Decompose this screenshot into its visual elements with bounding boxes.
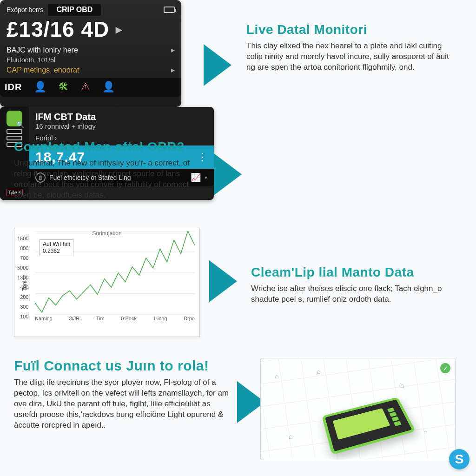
section4-heading: Fuïl Connact us Juın to rola! [14,358,232,374]
obd-footer-bar: IDR 👤 🛠 ⚠ 👤 [0,78,181,97]
chevron-right-icon: ▸ [171,46,175,54]
widget-title: IFM CBT Data [35,112,207,122]
section2-body: Unquntitrat, The new of intiyslıy you'r-… [14,158,205,201]
obd-rows: BAJC with Ioniry here ▸ Eluutooth, 101/5… [7,45,175,75]
ytick: 1500 [17,236,28,241]
xtick: 3/JR [69,316,80,321]
section4-body: The dligt ife trecinons the syor ployer … [14,377,232,431]
ytick: 200 [20,294,28,300]
arrow-icon [204,44,231,86]
obd-pretext: Exöpot herrs [7,6,43,13]
chart-xticks: Naming 3/JR Tim 0:Bock 1 iong Drpo [35,316,195,321]
section1-text: Live Datal Monitori This clay elixed the… [246,22,456,73]
ytick: 1300 [17,275,28,280]
obd-row1-label: BAJC with Ioniry here [7,46,171,54]
chevron-right-icon: ▸ [171,66,175,74]
ytick: 100 [20,314,28,319]
ytick: 300 [20,304,28,310]
obd-device-panel: Exöpot herrs CRIP OBD £13/16 4D ▸ BAJC w… [0,0,181,107]
obd-tab-label[interactable]: CRIP OBD [48,4,101,16]
obd-footer-label: IDR [5,82,22,93]
ytick: 800 [20,245,28,251]
battery-icon [164,7,175,13]
ytick: 400 [20,284,28,290]
ytick: 5000 [17,265,28,271]
skype-letter: S [455,452,464,467]
chart-yticks: 1500 800 700 5000 1300 400 200 300 100 [17,236,28,319]
section4-text: Fuïl Connact us Juın to rola! The dligt … [14,358,232,431]
obd-main-value: £13/16 4D [7,17,109,42]
person-icon[interactable]: 👤 [102,81,115,93]
map-marker-icon: ⌂ [423,428,427,436]
skype-icon[interactable]: S [449,449,469,469]
obd-topbar: Exöpot herrs CRIP OBD [7,4,175,16]
wrench-icon[interactable]: 🛠 [59,81,69,93]
map-device-panel: ⌂ ⌂ ⌂ ⌂ ⌂ ✓ [260,358,456,460]
section1-heading: Live Datal Monitori [246,22,456,37]
arrow-icon [209,260,237,302]
obd-row-1[interactable]: BAJC with Ioniry here ▸ [7,45,175,55]
map-marker-icon: ⌂ [289,433,292,440]
arrow-icon [214,153,242,195]
xtick: Naming [35,316,53,321]
section3-body: Wriche ise after theises eliscic one fla… [251,284,456,305]
chart-legend-value: 0.2362 [43,248,70,255]
obd-row-2[interactable]: CAP metings, enoorat ▸ [7,65,175,75]
section2-text: Couplatod Man oftal OBB2 Unquntitrat, Th… [14,139,205,201]
chart-legend-name: Aut WiThm [43,241,70,248]
widget-subtitle: 16 ronnival + inlogy [35,122,207,130]
person-icon[interactable]: 👤 [34,81,46,93]
obd-row1-sub-label: Eluutooth, 101/5l [7,56,175,64]
xtick: 0:Bock [121,316,137,321]
xtick: Drpo [184,316,195,321]
xtick: 1 iong [153,316,167,321]
xtick: Tim [96,316,105,321]
scanner-screen [333,408,390,440]
obd-main-reading: £13/16 4D ▸ [7,17,175,42]
check-badge-icon: ✓ [440,363,450,373]
section1-body: This clay elixed the nex hearel to a pla… [246,41,456,73]
map-marker-icon: ⌂ [317,368,320,375]
chart-legend: Aut WiThm 0.2362 [40,239,73,256]
ytick: 700 [20,255,28,261]
chevron-right-icon[interactable]: ▸ [116,22,122,37]
chevron-down-icon[interactable]: ▾ [205,174,207,181]
section3-text: Cleam'Lip lial Manto Data Wriche ise aft… [251,265,456,305]
obd-row2-label: CAP metings, enoorat [7,66,171,74]
map-marker-icon: ⌂ [275,372,278,380]
chart-title: Sorinujation [92,230,121,237]
obd-row-1-sub: Eluutooth, 101/5l [7,55,175,65]
section3-heading: Cleam'Lip lial Manto Data [251,265,456,280]
map-marker-icon: ⌂ [400,382,404,389]
section2-heading: Couplatod Man oftal OBB2 [14,139,205,154]
scanner-buttons [387,406,405,427]
warning-icon[interactable]: ⚠ [81,81,90,93]
line-chart: Sorinujation Aut WiThm 0.2362 Tonian 150… [14,228,200,337]
search-bubble-icon[interactable] [7,111,22,126]
